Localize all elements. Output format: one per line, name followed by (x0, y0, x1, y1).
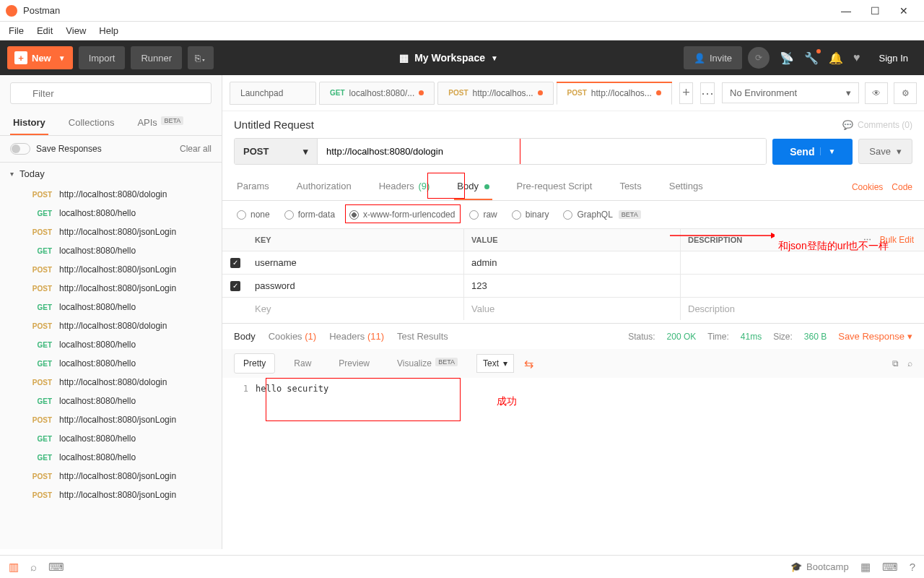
request-name[interactable]: Untitled Request (234, 118, 314, 131)
bell-icon[interactable]: 🔔 (829, 51, 843, 65)
tab-headers[interactable]: Headers (9) (376, 173, 433, 200)
environment-select[interactable]: No Environment ▾ (722, 82, 859, 103)
history-item[interactable]: POSThttp://localhost:8080/jsonLogin (0, 410, 222, 429)
wrench-icon[interactable]: 🔧 (804, 51, 819, 65)
sidebar-toggle-icon[interactable]: ▥ (9, 561, 19, 574)
resp-pretty-button[interactable]: Pretty (234, 353, 275, 374)
resp-tab-body[interactable]: Body (234, 331, 256, 342)
save-button[interactable]: Save ▾ (858, 139, 912, 164)
desc-placeholder[interactable]: Description (681, 298, 924, 320)
history-item[interactable]: GETlocalhost:8080/hello (0, 429, 222, 448)
resp-tab-testresults[interactable]: Test Results (397, 331, 448, 342)
search-icon[interactable]: ⌕ (907, 358, 912, 368)
body-type-formdata[interactable]: form-data (284, 210, 335, 220)
layout-icon[interactable]: ▦ (860, 561, 871, 574)
code-link[interactable]: Code (892, 182, 912, 192)
bootcamp-button[interactable]: 🎓 Bootcamp (790, 561, 849, 572)
new-button[interactable]: + New ▼ (7, 46, 73, 69)
tab-apis[interactable]: APIs BETA (134, 111, 186, 135)
history-item[interactable]: POSThttp://localhost:8080/jsonLogin (0, 279, 222, 298)
kv-row[interactable]: ✓ password 123 (222, 274, 924, 297)
history-item[interactable]: POSThttp://localhost:8080/jsonLogin (0, 486, 222, 504)
kv-desc[interactable] (681, 251, 924, 274)
kv-key[interactable]: username (248, 251, 464, 274)
history-item[interactable]: GETlocalhost:8080/hello (0, 241, 222, 260)
runner-button[interactable]: Runner (131, 46, 182, 69)
history-item[interactable]: GETlocalhost:8080/hello (0, 335, 222, 354)
method-select[interactable]: POST ▾ (235, 139, 318, 164)
clear-all-button[interactable]: Clear all (180, 144, 212, 154)
signin-button[interactable]: Sign In (871, 53, 917, 64)
history-item[interactable]: POSThttp://localhost:8080/jsonLogin (0, 260, 222, 279)
help-icon[interactable]: ? (910, 561, 915, 573)
save-responses-toggle[interactable] (10, 143, 30, 155)
minimize-button[interactable]: — (832, 5, 860, 17)
history-item[interactable]: GETlocalhost:8080/hello (0, 354, 222, 373)
save-response-button[interactable]: Save Response ▾ (838, 331, 912, 342)
heart-icon[interactable]: ♥ (853, 51, 860, 64)
maximize-button[interactable]: ☐ (860, 5, 889, 17)
request-tab[interactable]: POSThttp://localhos... (557, 82, 672, 105)
env-preview-button[interactable]: 👁 (865, 82, 888, 104)
kv-key[interactable]: password (248, 275, 464, 297)
history-item[interactable]: GETlocalhost:8080/hello (0, 392, 222, 410)
add-tab-button[interactable]: + (679, 82, 693, 104)
resp-tab-cookies[interactable]: Cookies (1) (269, 331, 316, 342)
wrap-icon[interactable]: ⇆ (524, 357, 533, 371)
kv-value[interactable]: admin (464, 251, 681, 274)
tab-history[interactable]: History (10, 111, 48, 135)
request-tab[interactable]: GETlocalhost:8080/... (319, 82, 435, 105)
find-icon[interactable]: ⌕ (30, 561, 37, 573)
history-item[interactable]: POSThttp://localhost:8080/dologin (0, 185, 222, 204)
checkbox-icon[interactable]: ✓ (230, 281, 240, 291)
copy-icon[interactable]: ⧉ (892, 358, 899, 368)
body-type-none[interactable]: none (237, 210, 270, 220)
body-type-binary[interactable]: binary (512, 210, 549, 220)
resp-preview-button[interactable]: Preview (330, 354, 378, 373)
send-button[interactable]: Send ▼ (772, 139, 853, 165)
resp-format-select[interactable]: Text ▾ (476, 354, 514, 373)
resp-raw-button[interactable]: Raw (285, 354, 320, 373)
menu-view[interactable]: View (66, 25, 86, 36)
value-placeholder[interactable]: Value (464, 298, 681, 320)
history-item[interactable]: POSThttp://localhost:8080/dologin (0, 316, 222, 335)
invite-button[interactable]: 👤 Invite (684, 46, 742, 69)
cookies-link[interactable]: Cookies (852, 182, 883, 192)
tab-prerequest[interactable]: Pre-request Script (514, 173, 596, 200)
body-type-graphql[interactable]: GraphQLBETA (563, 210, 640, 220)
key-placeholder[interactable]: Key (248, 298, 464, 320)
history-item[interactable]: POSThttp://localhost:8080/jsonLogin (0, 223, 222, 241)
history-group-today[interactable]: Today (0, 163, 222, 185)
menu-edit[interactable]: Edit (37, 25, 53, 36)
workspace-selector[interactable]: ▦ My Workspace ▼ (399, 52, 498, 64)
tab-tests[interactable]: Tests (616, 173, 644, 200)
kv-desc[interactable] (681, 275, 924, 297)
resp-tab-headers[interactable]: Headers (11) (329, 331, 384, 342)
tab-settings[interactable]: Settings (666, 173, 706, 200)
body-type-urlencoded[interactable]: x-www-form-urlencoded (349, 210, 455, 220)
url-input[interactable] (318, 139, 766, 164)
tab-body[interactable]: Body (454, 173, 492, 200)
more-button[interactable]: ⎘▾ (188, 46, 214, 69)
close-button[interactable]: ✕ (889, 5, 918, 17)
tab-authorization[interactable]: Authorization (294, 173, 354, 200)
request-tab[interactable]: POSThttp://localhos... (437, 82, 553, 105)
tab-params[interactable]: Params (234, 173, 272, 200)
kv-row[interactable]: ✓ username admin (222, 251, 924, 274)
menu-file[interactable]: File (9, 25, 24, 36)
history-item[interactable]: GETlocalhost:8080/hello (0, 204, 222, 223)
sync-icon[interactable]: ⟳ (748, 47, 770, 69)
history-item[interactable]: GETlocalhost:8080/hello (0, 298, 222, 316)
tab-collections[interactable]: Collections (66, 111, 118, 135)
kv-row-new[interactable]: Key Value Description (222, 297, 924, 320)
history-item[interactable]: GETlocalhost:8080/hello (0, 448, 222, 467)
response-text[interactable]: hello security (256, 384, 328, 394)
resp-visualize-button[interactable]: Visualize BETA (388, 354, 466, 373)
tab-options-button[interactable]: ⋯ (700, 82, 715, 104)
request-tab[interactable]: Launchpad (230, 82, 316, 105)
menu-help[interactable]: Help (99, 25, 118, 36)
keyboard-icon[interactable]: ⌨ (882, 561, 898, 574)
console-icon[interactable]: ⌨ (48, 561, 64, 574)
settings-button[interactable]: ⚙ (894, 82, 917, 104)
comments-button[interactable]: 💬 Comments (0) (842, 120, 912, 130)
